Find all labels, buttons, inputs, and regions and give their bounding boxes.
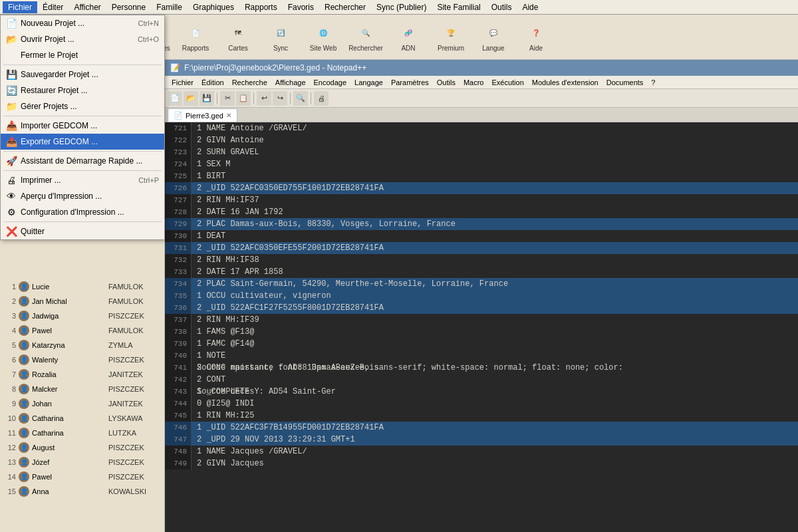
dropdown-item-grer-projets-[interactable]: 📁Gérer Projets ... bbox=[1, 98, 164, 114]
toolbar-btn-langue[interactable]: 💬Langue bbox=[473, 18, 513, 57]
npp-toolbar-button-10[interactable]: 🔍 bbox=[293, 91, 308, 106]
person-row[interactable]: 15 👤 Anna KOWALSKI bbox=[0, 484, 164, 499]
file-dropdown-menu: 📄Nouveau Projet ...Ctrl+N📂Ouvrir Projet … bbox=[0, 60, 165, 240]
toolbar-btn-cartes[interactable]: 🗺Cartes bbox=[218, 18, 258, 57]
dropdown-item-configuration-dimpression-[interactable]: ⚙Configuration d'Impression ... bbox=[1, 204, 164, 220]
menu-item-favoris[interactable]: Favoris bbox=[283, 1, 319, 13]
person-avatar: 👤 bbox=[19, 281, 29, 292]
npp-menu-item-modules-d-extension[interactable]: Modules d'extension bbox=[528, 78, 602, 87]
dropdown-label: Restaurer Projet ... bbox=[21, 86, 88, 95]
menu-item-site-familial[interactable]: Site Familial bbox=[432, 1, 485, 13]
code-line: 7282 DATE 16 JAN 1792 bbox=[165, 206, 798, 218]
npp-menu-item-encodage[interactable]: Encodage bbox=[310, 78, 351, 87]
person-row[interactable]: 6 👤 Walenty PISZCZEK bbox=[0, 352, 164, 367]
menu-item-rechercher[interactable]: Rechercher bbox=[319, 1, 371, 13]
person-surname: JANITZEK bbox=[108, 370, 162, 378]
code-line: 7372 RIN MH:IF39 bbox=[165, 314, 798, 326]
person-row[interactable]: 1 👤 Lucie FAMULOK bbox=[0, 279, 164, 294]
person-avatar: 👤 bbox=[19, 398, 29, 409]
dropdown-item-sauvegarder-projet-[interactable]: 💾Sauvegarder Projet ... bbox=[1, 66, 164, 82]
menu-item-éditer[interactable]: Éditer bbox=[37, 1, 68, 13]
npp-menu-item-langage[interactable]: Langage bbox=[350, 78, 387, 87]
menu-item-outils[interactable]: Outils bbox=[486, 1, 517, 13]
npp-toolbar-separator bbox=[311, 92, 311, 104]
dropdown-item-assistant-de-dmarrage-rapide-[interactable]: 🚀Assistant de Démarrage Rapide ... bbox=[1, 153, 164, 169]
line-content: 2 _UID 522AFC1F27F5255F8001D72EB28741FA bbox=[192, 302, 384, 314]
dropdown-icon: 💾 bbox=[6, 69, 17, 80]
line-number: 722 bbox=[165, 134, 192, 146]
npp-menu-item-macro[interactable]: Macro bbox=[460, 78, 488, 87]
npp-menu-item-documents[interactable]: Documents bbox=[602, 78, 648, 87]
dropdown-separator bbox=[3, 170, 162, 171]
person-number: 3 bbox=[3, 312, 16, 320]
person-row[interactable]: 3 👤 Jadwiga PISZCZEK bbox=[0, 309, 164, 323]
person-row[interactable]: 7 👤 Rozalia JANITZEK bbox=[0, 367, 164, 382]
npp-toolbar-button-12[interactable]: 🖨 bbox=[314, 91, 329, 106]
npp-tab-active[interactable]: 📄 Pierre3.ged ✕ bbox=[168, 108, 237, 122]
menu-item-sync-(publier)[interactable]: Sync (Publier) bbox=[371, 1, 432, 13]
person-given-name: Katarzyna bbox=[32, 341, 106, 349]
npp-toolbar-button-5[interactable]: 📋 bbox=[236, 91, 251, 106]
toolbar-btn-site web[interactable]: 🌐Site Web bbox=[303, 18, 343, 57]
npp-toolbar-button-4[interactable]: ✂ bbox=[220, 91, 235, 106]
person-row[interactable]: 14 👤 Pawel PISZCZEK bbox=[0, 469, 164, 484]
line-content: 2 SURN GRAVEL bbox=[192, 146, 259, 158]
menu-item-famille[interactable]: Famille bbox=[151, 1, 188, 13]
line-number: 740 bbox=[165, 350, 192, 362]
npp-menu-item--dition[interactable]: Édition bbox=[198, 78, 228, 87]
dropdown-item-aperu-dimpression-[interactable]: 👁Aperçu d'Impression ... bbox=[1, 188, 164, 204]
npp-toolbar-button-0[interactable]: 📄 bbox=[168, 91, 182, 106]
npp-menu-item-ex-cution[interactable]: Exécution bbox=[487, 78, 527, 87]
line-content: 2 DATE 17 APR 1858 bbox=[192, 266, 283, 278]
person-surname: PISZCZEK bbox=[108, 458, 162, 466]
toolbar-btn-rechercher[interactable]: 🔍Rechercher bbox=[346, 18, 386, 57]
npp-menu-item--[interactable]: ? bbox=[647, 78, 659, 87]
npp-menu-item-outils[interactable]: Outils bbox=[433, 78, 460, 87]
person-row[interactable]: 9 👤 Johan JANITZEK bbox=[0, 396, 164, 411]
person-given-name: Pawel bbox=[32, 327, 106, 334]
person-row[interactable]: 8 👤 Malcker PISZCZEK bbox=[0, 382, 164, 396]
person-number: 1 bbox=[3, 283, 16, 291]
line-number: 738 bbox=[165, 326, 192, 338]
dropdown-item-quitter[interactable]: ❌Quitter bbox=[1, 223, 164, 239]
person-row[interactable]: 4 👤 Pawel FAMULOK bbox=[0, 323, 164, 338]
toolbar-btn-sync[interactable]: 🔃Sync bbox=[261, 18, 301, 57]
menu-item-fichier[interactable]: Fichier bbox=[3, 1, 37, 13]
dropdown-item-fermer-le-projet[interactable]: Fermer le Projet bbox=[1, 60, 164, 63]
dropdown-item-importer-gedcom-[interactable]: 📥Importer GEDCOM ... bbox=[1, 118, 164, 134]
npp-menu-item-affichage[interactable]: Affichage bbox=[271, 78, 310, 87]
menu-item-personne[interactable]: Personne bbox=[106, 1, 151, 13]
npp-toolbar-button-2[interactable]: 💾 bbox=[200, 91, 214, 106]
menu-item-graphiques[interactable]: Graphiques bbox=[188, 1, 239, 13]
toolbar-btn-rapports[interactable]: 📄Rapports bbox=[176, 18, 215, 57]
line-number: 721 bbox=[165, 122, 192, 134]
dropdown-item-exporter-gedcom-[interactable]: 📤Exporter GEDCOM ... bbox=[1, 134, 164, 150]
person-row[interactable]: 2 👤 Jan Michal FAMULOK bbox=[0, 294, 164, 309]
dropdown-item-restaurer-projet-[interactable]: 🔄Restaurer Projet ... bbox=[1, 82, 164, 98]
dropdown-icon: 🚀 bbox=[6, 156, 17, 166]
person-row[interactable]: 12 👤 August PISZCZEK bbox=[0, 440, 164, 455]
menu-item-aide[interactable]: Aide bbox=[517, 1, 543, 13]
person-given-name: Walenty bbox=[32, 356, 106, 364]
menu-item-afficher[interactable]: Afficher bbox=[68, 1, 106, 13]
toolbar-btn-aide[interactable]: ❓Aide bbox=[516, 18, 556, 57]
person-row[interactable]: 11 👤 Catharina LUTZKA bbox=[0, 426, 164, 440]
code-line: 7381 FAMS @F13@ bbox=[165, 326, 798, 338]
person-number: 9 bbox=[3, 400, 16, 408]
person-row[interactable]: 5 👤 Katarzyna ZYMLA bbox=[0, 338, 164, 352]
person-row[interactable]: 13 👤 Józef PISZCZEK bbox=[0, 455, 164, 469]
code-line: 7262 _UID 522AFC0350ED755F1001D72EB28741… bbox=[165, 182, 798, 194]
code-line: 7301 DEAT bbox=[165, 230, 798, 242]
toolbar-btn-premium[interactable]: 🏆Premium bbox=[431, 18, 471, 57]
npp-tab-close[interactable]: ✕ bbox=[226, 112, 231, 119]
npp-toolbar-button-8[interactable]: ↪ bbox=[273, 91, 287, 106]
npp-toolbar-button-7[interactable]: ↩ bbox=[257, 91, 271, 106]
npp-menu-item-recherche[interactable]: Recherche bbox=[228, 78, 271, 87]
dropdown-item-imprimer-[interactable]: 🖨Imprimer ...Ctrl+P bbox=[1, 172, 164, 188]
person-row[interactable]: 10 👤 Catharina LYSKAWA bbox=[0, 411, 164, 426]
npp-menu-item-param-tres[interactable]: Paramètres bbox=[387, 78, 433, 87]
menu-item-rapports[interactable]: Rapports bbox=[239, 1, 283, 13]
toolbar-btn-adn[interactable]: 🧬ADN bbox=[388, 18, 428, 57]
npp-toolbar-button-1[interactable]: 📂 bbox=[184, 91, 198, 106]
npp-menu-item-fichier[interactable]: Fichier bbox=[168, 78, 198, 87]
